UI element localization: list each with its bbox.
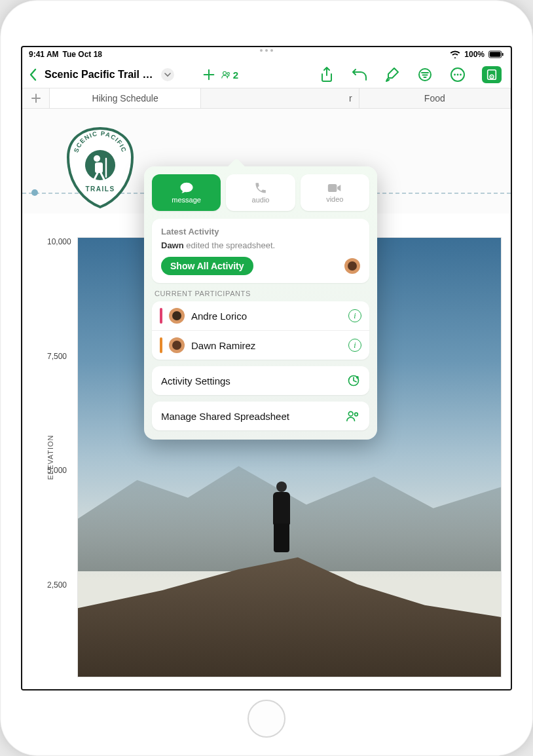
- message-button[interactable]: message: [152, 174, 221, 211]
- activity-settings-row[interactable]: Activity Settings: [152, 366, 369, 395]
- svg-point-15: [94, 155, 100, 162]
- video-button[interactable]: video: [301, 174, 369, 211]
- info-icon[interactable]: i: [348, 339, 361, 352]
- guide-handle[interactable]: [31, 189, 38, 196]
- manage-shared-label: Manage Shared Spreadsheet: [161, 411, 289, 422]
- sheet-tabs: Hiking Schedule r Food: [22, 88, 511, 109]
- format-brush-button[interactable]: [384, 66, 401, 83]
- svg-point-3: [223, 71, 227, 75]
- collaboration-popover: message audio video Latest Activity Dawn…: [144, 166, 377, 440]
- undo-button[interactable]: [351, 66, 368, 83]
- sheet-canvas[interactable]: SCENIC PACIFIC TRAILS ELEVATION 10,000 7…: [22, 109, 511, 689]
- show-all-activity-button[interactable]: Show All Activity: [161, 257, 253, 275]
- multitask-indicator[interactable]: [260, 49, 273, 52]
- participants-section-label: CURRENT PARTICIPANTS: [155, 290, 367, 297]
- screen: 9:41 AM Tue Oct 18 100% Scenic Pacific T…: [21, 46, 512, 690]
- ytick: 5,000: [47, 466, 67, 475]
- sheet-tab-label: Hiking Schedule: [92, 93, 158, 104]
- svg-rect-18: [328, 184, 337, 192]
- svg-point-21: [348, 411, 353, 416]
- ytick: 2,500: [47, 580, 67, 590]
- avatar: [169, 308, 185, 324]
- reading-mode-button[interactable]: [482, 66, 502, 83]
- activity-settings-label: Activity Settings: [161, 375, 230, 387]
- collaboration-button[interactable]: 2: [221, 66, 238, 83]
- latest-activity-text: Dawn edited the spreadsheet.: [161, 240, 360, 250]
- participant-row[interactable]: Andre Lorico i: [152, 301, 369, 330]
- ytick: 7,500: [47, 352, 67, 361]
- avatar: [169, 337, 185, 353]
- avatar[interactable]: [344, 258, 360, 274]
- message-label: message: [172, 196, 201, 204]
- participant-row[interactable]: Dawn Ramirez i: [152, 330, 369, 360]
- latest-activity-card: Latest Activity Dawn edited the spreadsh…: [152, 219, 369, 283]
- sheet-tab-hidden-middle[interactable]: r: [201, 88, 359, 108]
- ipad-frame: 9:41 AM Tue Oct 18 100% Scenic Pacific T…: [0, 0, 533, 756]
- sheet-tab-food[interactable]: Food: [359, 88, 511, 108]
- svg-point-4: [227, 73, 229, 75]
- ytick: 10,000: [47, 237, 71, 246]
- video-label: video: [326, 195, 343, 203]
- info-icon[interactable]: i: [348, 309, 361, 322]
- back-button[interactable]: [26, 67, 41, 82]
- participant-color: [160, 337, 162, 353]
- title-dropdown[interactable]: [161, 68, 174, 81]
- more-button[interactable]: [449, 66, 466, 83]
- add-sheet-button[interactable]: [22, 88, 50, 108]
- battery-percent: 100%: [464, 50, 485, 59]
- home-button[interactable]: [248, 700, 285, 738]
- svg-point-20: [356, 376, 359, 379]
- share-button[interactable]: [318, 66, 335, 83]
- sheet-tab-hiking-schedule[interactable]: Hiking Schedule: [50, 88, 201, 108]
- participants-list: Andre Lorico i Dawn Ramirez i: [152, 301, 369, 360]
- svg-point-8: [457, 74, 459, 76]
- audio-button[interactable]: audio: [226, 174, 295, 211]
- manage-shared-row[interactable]: Manage Shared Spreadsheet: [152, 402, 369, 430]
- trails-badge-logo: SCENIC PACIFIC TRAILS: [64, 126, 136, 210]
- status-date: Tue Oct 18: [63, 50, 102, 59]
- app-toolbar: Scenic Pacific Trail Se... 2: [22, 62, 511, 88]
- insert-button[interactable]: [200, 66, 217, 83]
- wifi-icon: [450, 50, 460, 58]
- status-time: 9:41 AM: [29, 50, 59, 59]
- filter-button[interactable]: [416, 66, 433, 83]
- battery-icon: [488, 50, 504, 58]
- sheet-tab-label: Food: [424, 93, 445, 104]
- document-title[interactable]: Scenic Pacific Trail Se...: [45, 69, 155, 81]
- participant-color: [160, 308, 162, 324]
- svg-rect-2: [502, 53, 504, 56]
- sheet-tab-label: r: [349, 93, 352, 104]
- svg-point-9: [460, 74, 462, 76]
- participant-name: Andre Lorico: [191, 311, 342, 322]
- svg-text:TRAILS: TRAILS: [85, 185, 115, 193]
- svg-rect-1: [490, 52, 501, 56]
- svg-point-22: [355, 413, 358, 416]
- audio-label: audio: [252, 196, 270, 204]
- svg-rect-16: [95, 162, 103, 173]
- hiker-silhouette: [264, 468, 299, 554]
- svg-point-7: [454, 74, 456, 76]
- collab-count: 2: [233, 69, 238, 81]
- latest-activity-title: Latest Activity: [161, 227, 360, 236]
- svg-point-12: [491, 76, 492, 77]
- participant-name: Dawn Ramirez: [191, 340, 342, 351]
